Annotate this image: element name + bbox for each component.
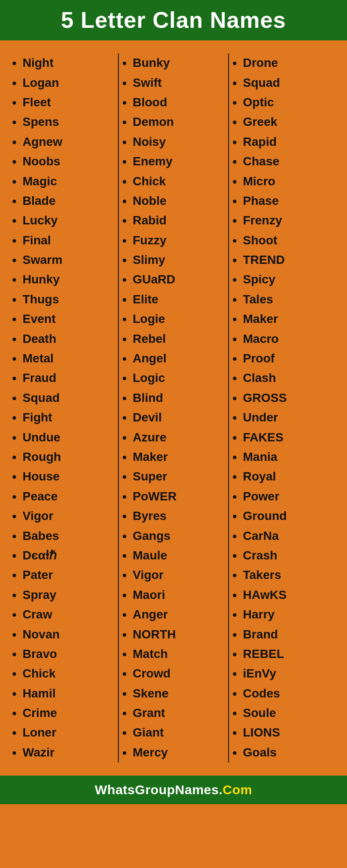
list-item: Babes xyxy=(23,526,114,545)
list-item: Phase xyxy=(243,191,334,210)
list-item: Metal xyxy=(23,349,114,368)
list-item: Royal xyxy=(243,467,334,486)
list-item: Match xyxy=(133,644,224,663)
list-item: Chase xyxy=(243,152,334,171)
list-item: Novan xyxy=(23,625,114,644)
list-item: Logic xyxy=(133,368,224,387)
list-item: Giant xyxy=(133,723,224,742)
list-item: FAKES xyxy=(243,428,334,447)
list-item: Noobs xyxy=(23,152,114,171)
list-item: Mania xyxy=(243,447,334,466)
list-item: Frenzy xyxy=(243,211,334,230)
list-item: Agnew xyxy=(23,132,114,151)
list-item: GUaRD xyxy=(133,270,224,289)
list-item: Hamil xyxy=(23,684,114,703)
list-item: Takers xyxy=(243,566,334,584)
list-item: Bunky xyxy=(133,53,224,72)
list-item: Anger xyxy=(133,605,224,624)
list-item: Lucky xyxy=(23,211,114,230)
list-item: Byres xyxy=(133,506,224,525)
list-item: LIONS xyxy=(243,723,334,742)
list-item: Blood xyxy=(133,93,224,112)
list-item: Death xyxy=(23,329,114,348)
list-item: Noble xyxy=(133,191,224,210)
list-item: Maori xyxy=(133,585,224,604)
list-item: Vigor xyxy=(133,566,224,584)
list-item: Rough xyxy=(23,447,114,466)
list-item: Skene xyxy=(133,684,224,703)
list-item: Blind xyxy=(133,388,224,407)
footer: WhatsGroupNames.Com xyxy=(0,776,347,804)
list-item: Demon xyxy=(133,112,224,131)
list-item: Swarm xyxy=(23,250,114,269)
list-item: Chick xyxy=(23,664,114,683)
list-item: Rebel xyxy=(133,329,224,348)
list-item: Spens xyxy=(23,112,114,131)
list-item: Squad xyxy=(23,388,114,407)
list-item: Proof xyxy=(243,349,334,368)
list-item: Codes xyxy=(243,684,334,703)
list-item: iEnVy xyxy=(243,664,334,683)
columns-container: NightLoganFleetSpensAgnewNoobsMagicBlade… xyxy=(9,53,338,763)
list-item: Harry xyxy=(243,605,334,624)
list-item: Vigor xyxy=(23,506,114,525)
column-2: BunkySwiftBloodDemonNoisyEnemyChickNoble… xyxy=(119,53,229,763)
list-item: Power xyxy=(243,487,334,506)
list-item: Final xyxy=(23,231,114,250)
list-item: Rabid xyxy=(133,211,224,230)
list-item: Micro xyxy=(243,172,334,191)
list-item: Magic xyxy=(23,172,114,191)
list-item: Maker xyxy=(243,309,334,328)
list-item: Under xyxy=(243,408,334,427)
list-item: Maker xyxy=(133,447,224,466)
list-item: Grant xyxy=(133,704,224,722)
list-item: Chick xyxy=(133,172,224,191)
list-item: Rapid xyxy=(243,132,334,151)
list-item: Shoot xyxy=(243,231,334,250)
footer-highlight: Com xyxy=(223,783,252,797)
list-item: Logie xyxy=(133,309,224,328)
list-item: Devil xyxy=(133,408,224,427)
list-item: Greek xyxy=(243,112,334,131)
list-item: Bravo xyxy=(23,644,114,663)
list-item: Maule xyxy=(133,546,224,565)
list-item: Logan xyxy=(23,73,114,92)
list-item: Fight xyxy=(23,408,114,427)
list-item: Elite xyxy=(133,290,224,309)
list-item: PoWER xyxy=(133,487,224,506)
list-item: Fuzzy xyxy=(133,231,224,250)
list-item: Event xyxy=(23,309,114,328)
list-item: Brand xyxy=(243,625,334,644)
list-item: Drone xyxy=(243,53,334,72)
list-item: Night xyxy=(23,53,114,72)
list-item: Fraud xyxy=(23,368,114,387)
list-item: Spicy xyxy=(243,270,334,289)
footer-normal: WhatsGroupNames. xyxy=(95,783,223,797)
list-item: Noisy xyxy=(133,132,224,151)
column-3: DroneSquadOpticGreekRapidChaseMicroPhase… xyxy=(229,53,338,763)
list-item: Tales xyxy=(243,290,334,309)
column-1: NightLoganFleetSpensAgnewNoobsMagicBlade… xyxy=(9,53,119,763)
list-item: Mercy xyxy=(133,743,224,762)
list-item: Hunky xyxy=(23,270,114,289)
list-item: Crowd xyxy=(133,664,224,683)
header: 5 Letter Clan Names xyxy=(0,0,347,40)
list-item: Ground xyxy=(243,506,334,525)
list-item: REBEL xyxy=(243,644,334,663)
list-item: Spray xyxy=(23,585,114,604)
list-item: Soule xyxy=(243,704,334,722)
list-item: Loner xyxy=(23,723,114,742)
list-item: Angel xyxy=(133,349,224,368)
list-item: Dєαƚℏ xyxy=(23,546,114,565)
content: NightLoganFleetSpensAgnewNoobsMagicBlade… xyxy=(0,40,347,776)
list-item: Blade xyxy=(23,191,114,210)
list-item: House xyxy=(23,467,114,486)
list-item: Goals xyxy=(243,743,334,762)
footer-text: WhatsGroupNames.Com xyxy=(95,783,252,797)
list-item: Fleet xyxy=(23,93,114,112)
list-item: Peace xyxy=(23,487,114,506)
list-item: Wazir xyxy=(23,743,114,762)
list-item: Crash xyxy=(243,546,334,565)
list-item: Optic xyxy=(243,93,334,112)
list-item: Gangs xyxy=(133,526,224,545)
